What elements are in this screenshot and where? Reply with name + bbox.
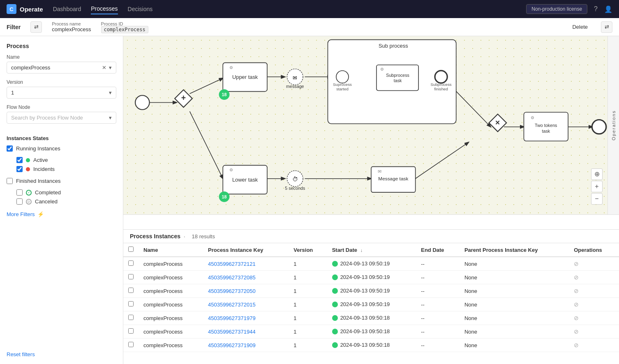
app-logo: C Operate <box>7 4 43 14</box>
row-operations[interactable]: ⊘ <box>569 284 619 298</box>
row-checkbox[interactable] <box>128 288 134 293</box>
cancel-operation-icon[interactable]: ⊘ <box>574 260 579 267</box>
row-checkbox-cell[interactable] <box>123 257 139 271</box>
diagram-container: + ⚙ Upper task 18 ✉ message Sub process <box>123 36 619 229</box>
row-checkbox-cell[interactable] <box>123 298 139 311</box>
row-operations[interactable]: ⊘ <box>569 271 619 284</box>
row-checkbox[interactable] <box>128 328 134 334</box>
instance-key-link[interactable]: 4503599627372050 <box>208 288 256 294</box>
row-checkbox[interactable] <box>128 315 134 320</box>
running-instances-sub: Active Incidents <box>16 157 116 172</box>
more-filters-button[interactable]: More Filters ⚡ <box>7 211 116 217</box>
row-operations[interactable]: ⊘ <box>569 257 619 271</box>
clear-icon[interactable]: ✕ <box>102 65 106 71</box>
row-key[interactable]: 4503599627371909 <box>203 339 289 352</box>
cancel-operation-icon[interactable]: ⊘ <box>574 342 579 348</box>
zoom-reset-button[interactable]: ⊕ <box>591 168 603 180</box>
incidents-checkbox[interactable]: Incidents <box>16 166 116 172</box>
row-operations[interactable]: ⊘ <box>569 298 619 311</box>
running-instances-checkbox[interactable]: Running Instances <box>7 145 116 152</box>
status-indicator <box>332 274 338 280</box>
row-checkbox[interactable] <box>128 274 134 279</box>
finished-instances-check[interactable] <box>7 178 13 184</box>
zoom-out-button[interactable]: − <box>591 193 603 205</box>
cancel-operation-icon[interactable]: ⊘ <box>574 315 579 321</box>
canceled-checkbox[interactable]: ⊘ Canceled <box>16 198 116 205</box>
row-start-date: 2024-09-13 09:50:19 <box>327 257 416 270</box>
row-key[interactable]: 4503599627371979 <box>203 311 289 325</box>
status-indicator <box>332 329 338 334</box>
cancel-operation-icon[interactable]: ⊘ <box>574 288 579 294</box>
row-checkbox[interactable] <box>128 301 134 306</box>
instance-key-link[interactable]: 4503599627371979 <box>208 315 256 321</box>
zoom-in-button[interactable]: + <box>591 181 603 192</box>
row-key[interactable]: 4503599627372121 <box>203 257 289 271</box>
help-icon[interactable]: ? <box>594 5 598 13</box>
row-key[interactable]: 4503599627372050 <box>203 284 289 298</box>
svg-text:⚙: ⚙ <box>229 65 233 70</box>
row-key[interactable]: 4503599627372085 <box>203 271 289 284</box>
row-checkbox-cell[interactable] <box>123 325 139 339</box>
svg-point-25 <box>336 71 349 83</box>
flow-node-form-group: Flow Node Search by Process Flow Node ▾ <box>7 104 116 124</box>
row-checkbox-cell[interactable] <box>123 271 139 284</box>
nav-dashboard[interactable]: Dashboard <box>53 4 81 14</box>
table-header-row: Name Process Instance Key Version Start … <box>123 243 619 257</box>
name-input[interactable]: complexProcess ✕ ▾ <box>7 62 116 74</box>
operations-toggle[interactable]: ⇄ <box>601 21 612 33</box>
row-checkbox-cell[interactable] <box>123 339 139 352</box>
operations-side-panel[interactable]: Operations <box>607 36 619 214</box>
th-start-date[interactable]: Start Date ↓ <box>327 243 416 257</box>
row-operations[interactable]: ⊘ <box>569 311 619 325</box>
completed-checkbox[interactable]: ✓ Completed <box>16 189 116 196</box>
row-key[interactable]: 4503599627372015 <box>203 298 289 311</box>
instance-key-link[interactable]: 4503599627371909 <box>208 342 256 348</box>
running-instances-check[interactable] <box>7 145 13 152</box>
th-version: Version <box>289 243 327 257</box>
select-all-checkbox[interactable] <box>128 247 134 252</box>
instance-key-link[interactable]: 4503599627372085 <box>208 274 256 281</box>
version-select[interactable]: 1 ▾ <box>7 87 116 99</box>
row-checkbox[interactable] <box>128 260 134 266</box>
svg-line-1 <box>190 78 223 94</box>
row-checkbox-cell[interactable] <box>123 284 139 298</box>
incidents-check[interactable] <box>16 166 23 172</box>
table-header: Process Instances · 18 results <box>123 230 619 243</box>
flow-node-label: Flow Node <box>7 104 116 110</box>
cancel-operation-icon[interactable]: ⊘ <box>574 301 579 308</box>
nav-processes[interactable]: Processes <box>91 4 118 14</box>
select-all-th[interactable] <box>123 243 139 257</box>
start-event[interactable] <box>135 95 149 109</box>
cancel-operation-icon[interactable]: ⊘ <box>574 274 579 281</box>
user-icon[interactable]: 👤 <box>604 5 612 13</box>
version-dropdown-icon[interactable]: ▾ <box>109 90 112 96</box>
canceled-check[interactable] <box>16 198 23 205</box>
row-name: complexProcess <box>139 339 203 352</box>
flow-node-select[interactable]: Search by Process Flow Node ▾ <box>7 112 116 124</box>
row-parent-key: None <box>460 311 569 325</box>
bpmn-diagram[interactable]: + ⚙ Upper task 18 ✉ message Sub process <box>123 36 619 215</box>
row-operations[interactable]: ⊘ <box>569 325 619 339</box>
license-badge: Non-production license <box>526 4 587 14</box>
svg-text:Two tokens: Two tokens <box>535 123 557 128</box>
active-checkbox[interactable]: Active <box>16 157 116 163</box>
instance-key-link[interactable]: 4503599627372121 <box>208 261 256 267</box>
completed-check[interactable] <box>16 189 23 196</box>
instance-key-link[interactable]: 4503599627371944 <box>208 329 256 335</box>
row-checkbox[interactable] <box>128 342 134 347</box>
dropdown-icon[interactable]: ▾ <box>109 65 112 71</box>
filter-toggle-icon[interactable]: ⇄ <box>30 21 42 33</box>
nav-decisions[interactable]: Decisions <box>128 4 153 14</box>
row-key[interactable]: 4503599627371944 <box>203 325 289 339</box>
delete-button[interactable]: Delete <box>572 24 588 30</box>
active-check[interactable] <box>16 157 23 163</box>
instance-key-link[interactable]: 4503599627372015 <box>208 302 256 308</box>
cancel-operation-icon[interactable]: ⊘ <box>574 328 579 335</box>
flow-node-dropdown-icon[interactable]: ▾ <box>109 115 112 121</box>
table-wrapper[interactable]: Name Process Instance Key Version Start … <box>123 243 619 364</box>
row-checkbox-cell[interactable] <box>123 311 139 325</box>
finished-instances-checkbox[interactable]: Finished Instances <box>7 178 116 184</box>
reset-filters-button[interactable]: Reset filters <box>7 345 116 357</box>
row-name: complexProcess <box>139 284 203 298</box>
row-operations[interactable]: ⊘ <box>569 339 619 352</box>
